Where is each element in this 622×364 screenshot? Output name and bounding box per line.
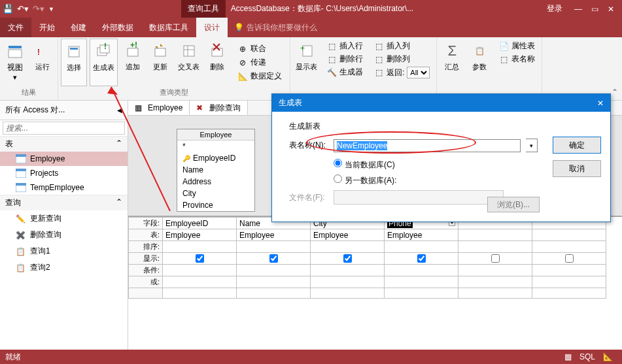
tell-me-placeholder: 告诉我你想要做什么	[247, 22, 317, 33]
tab-create[interactable]: 创建	[63, 18, 94, 37]
insert-col-button[interactable]: ⬚插入列	[371, 40, 432, 52]
grid-rowlabel: 条件:	[129, 265, 163, 276]
table-icon	[16, 154, 26, 163]
search-input[interactable]	[3, 122, 125, 135]
fieldlist-item[interactable]: Province	[177, 199, 254, 211]
nav-item-delete-query[interactable]: ✖️ 删除查询	[0, 227, 128, 243]
datadef-button[interactable]: 📐数据定义	[235, 70, 285, 82]
app-title: AccessDatabase：数据库- C:\Users\Administrat…	[231, 3, 413, 14]
union-button[interactable]: ⊕联合	[235, 42, 285, 55]
chevron-left-icon[interactable]: ◀	[117, 107, 122, 114]
title-bar: 💾 ↶▾ ↷▾ ▼ 查询工具 AccessDatabase：数据库- C:\Us…	[0, 0, 622, 18]
crosstab-button[interactable]: 交叉表	[175, 39, 202, 86]
lightbulb-icon: 💡	[234, 23, 244, 32]
append-button[interactable]: +! 追加	[120, 39, 145, 86]
collapse-ribbon-icon[interactable]: ⌃	[612, 88, 618, 97]
show-checkbox[interactable]	[565, 254, 574, 263]
nav-header[interactable]: 所有 Access 对... ◀	[0, 101, 128, 120]
fieldlist-item[interactable]: Address	[177, 176, 254, 188]
ok-button[interactable]: 确定	[553, 137, 601, 154]
doctab-deletequery[interactable]: ✖ 删除查询	[190, 101, 248, 115]
nav-group-tables[interactable]: 表⌃	[0, 136, 128, 152]
nav-item-tempemployee[interactable]: TempEmployee	[0, 180, 128, 195]
restore-icon[interactable]: ▭	[591, 5, 598, 14]
totals-button[interactable]: Σ 汇总	[440, 39, 464, 88]
login-link[interactable]: 登录	[540, 3, 569, 14]
nav-item-employee[interactable]: Employee	[0, 152, 128, 166]
combobox-arrow-icon[interactable]: ▾	[526, 139, 538, 152]
ribbon-group-querysetup: + 显示表 ⬚插入行 ⬚删除行 🔨生成器 ⬚插入列 ⬚删除列 ⬚返回: All	[290, 37, 437, 100]
delete-query-icon: ✖	[196, 103, 205, 112]
group-label: 查询类型	[61, 86, 287, 99]
tab-design[interactable]: 设计	[196, 18, 228, 37]
show-checkbox[interactable]	[343, 254, 352, 263]
redo-icon[interactable]: ↷▾	[33, 4, 44, 14]
table-fieldlist[interactable]: Employee * 🔑EmployeeID Name Address City…	[177, 129, 255, 212]
fieldlist-item[interactable]: 🔑EmployeeID	[177, 152, 254, 164]
save-icon[interactable]: 💾	[3, 4, 13, 14]
return-dropdown[interactable]: ⬚返回: All	[371, 66, 432, 79]
view-design-icon[interactable]: 📐	[599, 352, 617, 361]
return-select[interactable]: All	[407, 67, 430, 78]
grid-rowlabel: 字段:	[129, 218, 163, 229]
query-design-grid[interactable]: 字段: EmployeeID Name City Phone ▾ 表: Empl…	[128, 217, 622, 350]
nav-item-projects[interactable]: Projects	[0, 166, 128, 180]
nav-item-query1[interactable]: 📋 查询1	[0, 243, 128, 259]
doctab-employee[interactable]: ▦ Employee	[128, 101, 190, 115]
params-button[interactable]: 📋 参数	[467, 39, 492, 88]
dialog-close-icon[interactable]: ✕	[597, 99, 604, 108]
builder-button[interactable]: 🔨生成器	[324, 66, 366, 78]
fieldlist-item[interactable]: City	[177, 188, 254, 199]
view-sql-button[interactable]: SQL	[576, 352, 599, 361]
radio-current-db[interactable]: 当前数据库(C)	[334, 160, 395, 169]
cancel-button[interactable]: 取消	[553, 160, 601, 177]
radio-other-db[interactable]: 另一数据库(A):	[334, 176, 396, 185]
delete-row-button[interactable]: ⬚删除行	[324, 53, 366, 65]
grid-rowlabel: 表:	[129, 229, 163, 241]
undo-icon[interactable]: ↶▾	[17, 4, 29, 14]
show-table-button[interactable]: + 显示表	[293, 39, 320, 88]
dialog-title: 生成表	[279, 97, 302, 108]
navigation-pane: 所有 Access 对... ◀ 表⌃ Employee Projects Te…	[0, 101, 128, 350]
make-table-button[interactable]: ! 生成表	[90, 39, 118, 86]
view-button[interactable]: 视图▾	[3, 39, 27, 86]
fieldlist-item[interactable]: Name	[177, 164, 254, 176]
run-button[interactable]: ! 运行	[30, 39, 55, 86]
select-query-button[interactable]: 选择	[61, 39, 87, 86]
nav-item-query2[interactable]: 📋 查询2	[0, 259, 128, 276]
tab-file[interactable]: 文件	[0, 18, 31, 37]
passthrough-button[interactable]: ⊘传递	[235, 56, 285, 69]
ribbon: 视图▾ ! 运行 结果 选择 ! 生成表 +! 追加	[0, 37, 622, 101]
tab-dbtools[interactable]: 数据库工具	[141, 18, 196, 37]
table-icon	[16, 169, 26, 178]
status-bar: 就绪 ▦ SQL 📐	[0, 350, 622, 364]
nav-search	[0, 120, 128, 136]
fieldlist-star[interactable]: *	[177, 141, 254, 152]
property-sheet-button[interactable]: 📄属性表	[496, 40, 538, 52]
insert-row-button[interactable]: ⬚插入行	[324, 40, 366, 52]
show-checkbox[interactable]	[269, 254, 278, 263]
nav-group-queries[interactable]: 查询⌃	[0, 195, 128, 210]
show-checkbox[interactable]	[417, 254, 426, 263]
dialog-titlebar[interactable]: 生成表 ✕	[272, 94, 610, 112]
show-checkbox[interactable]	[491, 254, 500, 263]
show-checkbox[interactable]	[196, 254, 204, 263]
table-names-button[interactable]: ⬚表名称	[496, 53, 538, 65]
close-icon[interactable]: ✕	[608, 5, 614, 14]
nav-item-update-query[interactable]: ✏️ 更新查询	[0, 210, 128, 227]
maketable-query-icon: 📋	[16, 263, 26, 273]
table-name-input[interactable]: NewEmployee	[334, 139, 521, 152]
delete-col-button[interactable]: ⬚删除列	[371, 53, 432, 65]
tab-external[interactable]: 外部数据	[94, 18, 141, 37]
svg-rect-1	[9, 50, 22, 58]
svg-text:+: +	[300, 44, 305, 53]
tell-me[interactable]: 💡 告诉我你想要做什么	[228, 22, 324, 33]
delete-query-button[interactable]: 删除	[205, 39, 230, 86]
svg-text:+!: +!	[130, 42, 137, 50]
qat-dropdown-icon[interactable]: ▼	[48, 6, 54, 12]
tab-home[interactable]: 开始	[31, 18, 63, 37]
minimize-icon[interactable]: —	[574, 5, 582, 14]
view-datasheet-icon[interactable]: ▦	[561, 352, 576, 361]
ribbon-group-results: 视图▾ ! 运行 结果	[0, 37, 58, 100]
update-button[interactable]: 更新	[148, 39, 173, 86]
